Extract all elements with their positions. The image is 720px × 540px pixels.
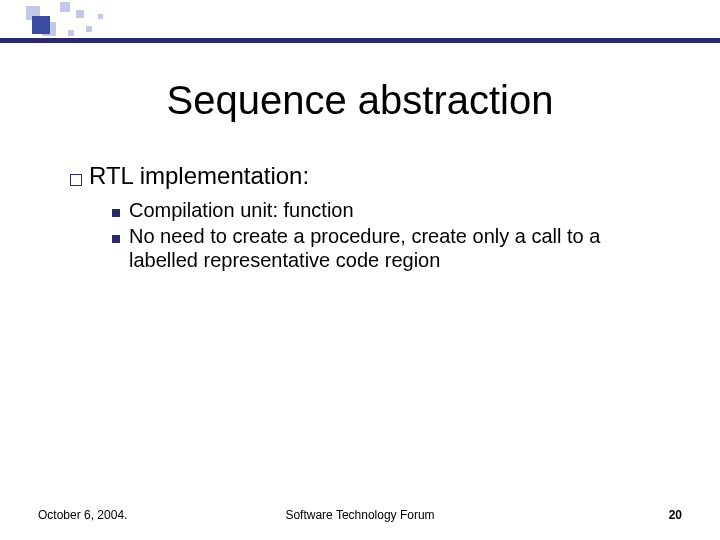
page-number: 20 <box>669 508 682 522</box>
footer-title: Software Technology Forum <box>285 508 434 522</box>
bullet-level2: No need to create a procedure, create on… <box>112 224 670 272</box>
slide-top-decoration <box>0 0 720 46</box>
slide-content: RTL implementation: Compilation unit: fu… <box>70 162 670 274</box>
bullet-text: No need to create a procedure, create on… <box>129 224 670 272</box>
slide-title: Sequence abstraction <box>0 78 720 123</box>
bullet-level2: Compilation unit: function <box>112 198 670 222</box>
solid-square-bullet-icon <box>112 209 120 217</box>
bullet-level1: RTL implementation: <box>70 162 670 190</box>
horizontal-rule <box>0 38 720 43</box>
hollow-square-bullet-icon <box>70 174 82 186</box>
footer-date: October 6, 2004. <box>38 508 127 522</box>
slide-footer: October 6, 2004. Software Technology For… <box>0 508 720 522</box>
bullet-text: Compilation unit: function <box>129 198 354 222</box>
solid-square-bullet-icon <box>112 235 120 243</box>
bullet-text: RTL implementation: <box>89 162 309 190</box>
